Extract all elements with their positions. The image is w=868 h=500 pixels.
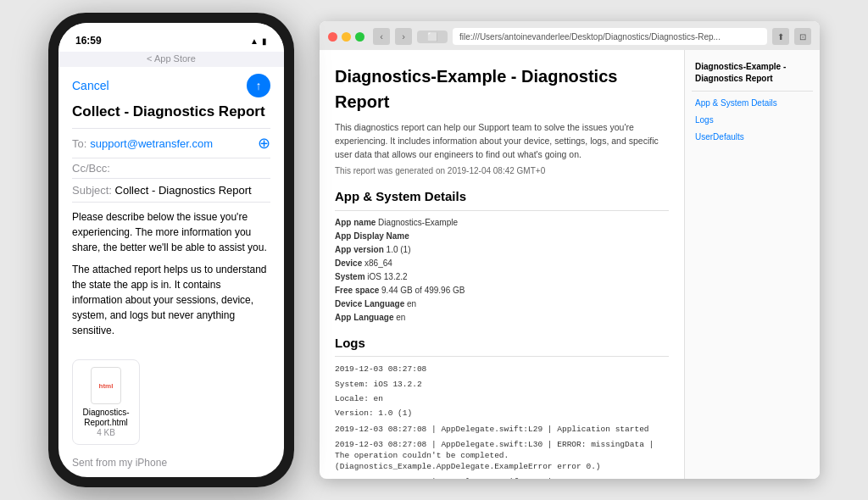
detail-row: App Language en [335, 311, 669, 324]
toc-item[interactable]: Logs [692, 112, 813, 129]
app-store-bar[interactable]: < App Store [58, 52, 284, 67]
cc-row: Cc/Bcc: [72, 158, 270, 179]
back-button[interactable]: ‹ [373, 28, 390, 45]
app-system-section-title: App & System Details [335, 187, 669, 211]
add-recipient-button[interactable]: ⊕ [258, 134, 270, 153]
detail-row: Free space 9.44 GB of 499.96 GB [335, 284, 669, 297]
app-system-details: App name Diagnostics-ExampleApp Display … [335, 216, 669, 324]
subject-value: Collect - Diagnostics Report [115, 184, 252, 197]
detail-row: Device x86_64 [335, 257, 669, 269]
status-bar: 16:59 ▲ ▮ [58, 23, 284, 52]
traffic-lights [328, 32, 364, 42]
subject-row: Subject: Collect - Diagnostics Report [72, 179, 270, 203]
cancel-button[interactable]: Cancel [72, 79, 109, 92]
attachment-name: Diagnostics-Report.html [81, 408, 131, 428]
bookmark-button[interactable]: ⊡ [794, 28, 811, 45]
sent-from: Sent from my iPhone [58, 452, 284, 477]
toc-item[interactable]: UserDefaults [692, 129, 813, 146]
fullscreen-button[interactable] [355, 32, 364, 42]
report-toc: Diagnostics-Example - Diagnostics Report… [684, 50, 820, 479]
browser-chrome: ‹ › ⬜ file:///Users/antoinevanderlee/Des… [320, 21, 820, 50]
attachment[interactable]: html Diagnostics-Report.html 4 KB [72, 359, 140, 445]
to-value[interactable]: support@wetransfer.com [90, 137, 254, 150]
email-body[interactable]: Please describe below the issue you're e… [58, 203, 284, 353]
report-generated: This report was generated on 2019-12-04 … [335, 164, 669, 177]
battery-icon: ▮ [262, 36, 267, 46]
detail-row: App Display Name [335, 230, 669, 242]
logs-section-title: Logs [335, 334, 669, 358]
toc-divider [692, 91, 813, 92]
attachment-size: 4 KB [97, 428, 115, 437]
minimize-button[interactable] [342, 32, 351, 42]
email-nav: Cancel ↑ [58, 67, 284, 103]
detail-row: App name Diagnostics-Example [335, 216, 669, 229]
report-main[interactable]: Diagnostics-Example - Diagnostics Report… [320, 50, 684, 479]
detail-row: System iOS 13.2.2 [335, 270, 669, 283]
wifi-icon: ▲ [250, 36, 259, 46]
subject-label: Subject: [72, 184, 112, 197]
close-button[interactable] [328, 32, 337, 42]
email-subject-area: Collect - Diagnostics Report To: support… [58, 103, 284, 203]
detail-row: Device Language en [335, 297, 669, 310]
log-entry: 2019-12-03 08:27:08 [335, 364, 669, 375]
iphone-mockup: 16:59 ▲ ▮ < App Store Cancel ↑ Collect -… [48, 13, 294, 487]
address-bar[interactable]: file:///Users/antoinevanderlee/Desktop/D… [453, 28, 767, 45]
log-entries: 2019-12-03 08:27:08System: iOS 13.2.2Loc… [335, 364, 669, 479]
log-entry: 2019-12-03 08:27:08 | AppDelegate.swift:… [335, 439, 669, 473]
log-entry: 2019-12-03 08:27:08 | AppDelegate.swift:… [335, 476, 669, 479]
log-entry: Version: 1.0 (1) [335, 408, 669, 419]
report-title: Diagnostics-Example - Diagnostics Report [335, 64, 669, 114]
to-label: To: [72, 137, 86, 150]
status-icons: ▲ ▮ [250, 36, 267, 46]
body-paragraph-2: The attached report helps us to understa… [72, 262, 270, 338]
toc-item[interactable]: App & System Details [692, 95, 813, 112]
email-title: Collect - Diagnostics Report [72, 103, 270, 121]
toc-item[interactable]: Diagnostics-Example - Diagnostics Report [692, 58, 813, 87]
share-button[interactable]: ⬆ [772, 28, 789, 45]
iphone-screen: 16:59 ▲ ▮ < App Store Cancel ↑ Collect -… [58, 23, 284, 477]
forward-button[interactable]: › [395, 28, 412, 45]
log-entry: 2019-12-03 08:27:08 | AppDelegate.swift:… [335, 424, 669, 435]
send-button[interactable]: ↑ [247, 74, 270, 97]
report-intro: This diagnostics report can help our Sup… [335, 121, 669, 161]
log-entry: Locale: en [335, 393, 669, 404]
browser-content: Diagnostics-Example - Diagnostics Report… [320, 50, 820, 479]
email-to-row: To: support@wetransfer.com ⊕ [72, 128, 270, 158]
tab-bar: ⬜ [417, 31, 448, 43]
browser-window: ‹ › ⬜ file:///Users/antoinevanderlee/Des… [320, 21, 820, 479]
toc-list: Diagnostics-Example - Diagnostics Report… [692, 58, 813, 146]
status-time: 16:59 [75, 35, 102, 47]
body-paragraph-1: Please describe below the issue you're e… [72, 209, 270, 255]
attachment-file-icon: html [91, 367, 121, 404]
log-entry: System: iOS 13.2.2 [335, 379, 669, 390]
detail-row: App version 1.0 (1) [335, 243, 669, 256]
